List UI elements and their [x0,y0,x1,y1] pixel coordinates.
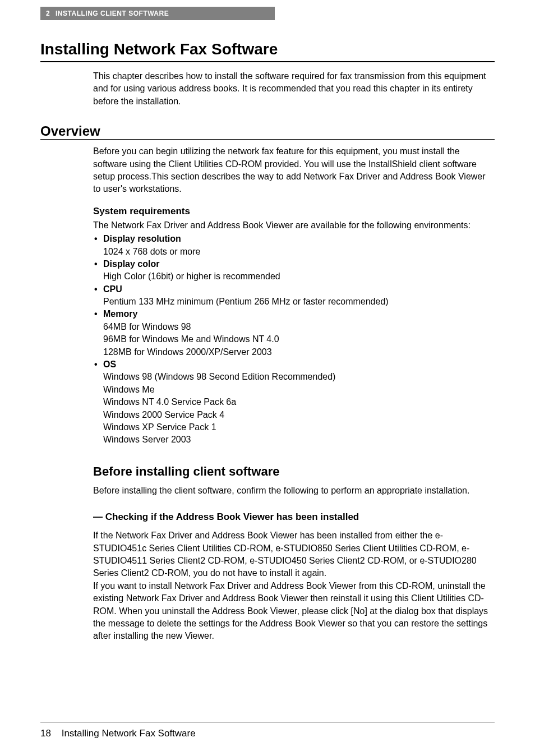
requirement-label: Display resolution [103,234,181,243]
bullet-icon: • [94,283,98,296]
requirement-label: OS [103,359,116,369]
overview-heading: Overview [40,123,495,140]
page-number: 18 [40,728,51,739]
before-install-heading: Before installing client software [93,464,495,479]
list-item: • Display resolution 1024 x 768 dots or … [93,233,495,258]
requirement-desc: 64MB for Windows 9896MB for Windows Me a… [103,321,495,358]
check-heading: — Checking if the Address Book Viewer ha… [93,511,495,523]
check-body: If the Network Fax Driver and Address Bo… [93,529,495,643]
bullet-icon: • [94,233,98,245]
intro-paragraph: This chapter describes how to install th… [93,70,495,108]
system-requirements-heading: System requirements [93,206,495,217]
list-item: • Memory 64MB for Windows 9896MB for Win… [93,308,495,358]
list-item: • CPU Pentium 133 MHz minimum (Pentium 2… [93,283,495,308]
bullet-icon: • [94,358,98,371]
requirements-list: • Display resolution 1024 x 768 dots or … [93,233,495,446]
system-requirements-intro: The Network Fax Driver and Address Book … [93,219,495,232]
requirement-desc: Windows 98 (Windows 98 Second Edition Re… [103,371,495,446]
page-title: Installing Network Fax Software [40,40,495,62]
footer-title: Installing Network Fax Software [62,728,196,739]
chapter-header: 2 INSTALLING CLIENT SOFTWARE [40,7,275,20]
requirement-label: CPU [103,284,122,294]
list-item: • Display color High Color (16bit) or hi… [93,258,495,283]
bullet-icon: • [94,258,98,270]
requirement-desc: 1024 x 768 dots or more [103,246,495,258]
page-footer: 18 Installing Network Fax Software [40,722,495,739]
chapter-number: 2 [46,10,50,17]
requirement-desc: High Color (16bit) or higher is recommen… [103,270,495,283]
bullet-icon: • [94,308,98,320]
chapter-title: INSTALLING CLIENT SOFTWARE [56,10,169,17]
requirement-label: Display color [103,259,159,269]
list-item: • OS Windows 98 (Windows 98 Second Editi… [93,358,495,446]
overview-body: Before you can begin utilizing the netwo… [93,145,495,196]
requirement-label: Memory [103,309,137,319]
before-install-body: Before installing the client software, c… [93,485,495,497]
requirement-desc: Pentium 133 MHz minimum (Pentium 266 MHz… [103,296,495,308]
page-content: Installing Network Fax Software This cha… [0,40,535,643]
